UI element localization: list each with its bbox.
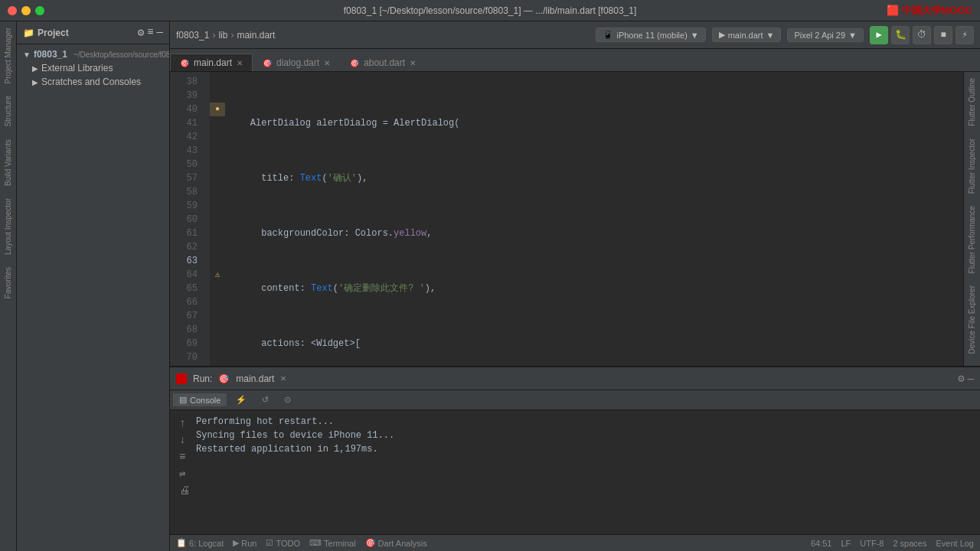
terminal-status[interactable]: ⌨ Terminal — [309, 538, 356, 548]
tab-close-icon2[interactable]: ✕ — [324, 59, 330, 67]
run-bar-right: ⚙ — — [958, 372, 974, 385]
run-status-icon: ▶ — [233, 538, 239, 548]
settings-run-icon[interactable]: ⚙ — [958, 372, 964, 385]
project-tree: ▼ f0803_1 ~/Desktop/lesson/source/f08 ▶ … — [17, 44, 169, 551]
device-file-explorer-strip[interactable]: Device File Explorer — [966, 279, 978, 360]
scroll-up-icon[interactable]: ↑ — [179, 416, 190, 430]
status-right: 64:51 LF UTF-8 2 spaces Event Log — [811, 539, 974, 548]
scroll-down-icon[interactable]: ↓ — [179, 433, 190, 447]
breadcrumb-root[interactable]: f0803_1 — [176, 30, 209, 41]
run-config-selector[interactable]: ▶ main.dart ▼ — [712, 28, 782, 42]
run-close-icon[interactable]: ✕ — [280, 373, 286, 384]
tab-close-icon3[interactable]: ✕ — [410, 59, 416, 67]
flutter-inspector-strip[interactable]: Flutter Inspector — [966, 132, 978, 200]
breadcrumb-file[interactable]: main.dart — [237, 30, 275, 41]
title-right: 🟥 中国大学MOOC — [887, 4, 972, 18]
code-editor: 38 39 40 41 42 43 50 57 58 59 60 61 62 6… — [170, 72, 980, 366]
console-tabs: ▤ Console ⚡ ↺ ⊙ — [170, 390, 980, 410]
stop-run-button[interactable] — [176, 373, 187, 384]
lightning-icon: ⚡ — [236, 395, 247, 405]
code-line-41: content: Text('确定删除此文件? '), — [228, 282, 963, 295]
window-controls[interactable] — [8, 6, 44, 15]
maximize-button[interactable] — [35, 6, 44, 15]
console-line-1: Performing hot restart... — [196, 415, 974, 429]
favorites-strip[interactable]: Favorites — [2, 261, 14, 305]
minimize-button[interactable] — [21, 6, 31, 15]
scratches-consoles-item[interactable]: ▶ Scratches and Consoles — [17, 75, 169, 89]
console-text: Performing hot restart... Syncing files … — [196, 415, 974, 530]
stop-button[interactable]: ■ — [934, 26, 952, 44]
line-ending-status[interactable]: LF — [841, 539, 851, 548]
settings-icon[interactable]: ≡ — [147, 26, 153, 39]
run-controls: ▶ 🐛 ⏱ ■ ⚡ — [870, 26, 974, 44]
toolbar: f0803_1 › lib › main.dart 📱 iPhone 11 (m… — [170, 21, 980, 49]
run-tab-name[interactable]: main.dart — [236, 373, 274, 384]
project-header-icons: ⚙ ≡ — — [138, 26, 163, 39]
sync-icon[interactable]: ⚙ — [138, 26, 144, 39]
hot-reload-button[interactable]: ⚡ — [956, 26, 974, 44]
filter-icon[interactable]: ≡ — [179, 450, 190, 464]
toolbar-right: 📱 iPhone 11 (mobile) ▼ ▶ main.dart ▼ Pix… — [596, 26, 974, 44]
code-line-38: AlertDialog alertDialog = AlertDialog( — [228, 116, 963, 130]
console-tab[interactable]: ▤ Console — [173, 393, 227, 406]
close-panel-icon[interactable]: — — [157, 26, 163, 39]
tab-main-dart[interactable]: 🎯 main.dart ✕ — [170, 54, 253, 71]
refresh-tab[interactable]: ↺ — [256, 393, 275, 406]
dart-icon3: 🎯 — [350, 59, 359, 67]
debug-button[interactable]: 🐛 — [891, 26, 910, 44]
tab-close-icon[interactable]: ✕ — [237, 59, 243, 67]
position-status[interactable]: 64:51 — [811, 539, 832, 548]
structure-strip[interactable]: Structure — [2, 90, 14, 133]
breadcrumb-lib[interactable]: lib — [218, 30, 227, 41]
console-output: ↑ ↓ ≡ ⇌ 🖨 Performing hot restart... Sync… — [170, 410, 980, 534]
project-manager-strip[interactable]: Project Manager — [2, 21, 14, 90]
indent-status[interactable]: 2 spaces — [893, 539, 926, 548]
build-variants-strip[interactable]: Build Variants — [2, 133, 14, 192]
dart-icon: 🎯 — [180, 59, 189, 67]
console-icon: ▤ — [179, 395, 187, 405]
flutter-outline-strip[interactable]: Flutter Outline — [966, 72, 978, 132]
device-selector[interactable]: 📱 iPhone 11 (mobile) ▼ — [596, 28, 705, 42]
todo-icon: ☑ — [266, 538, 273, 548]
refresh-icon: ↺ — [262, 395, 269, 405]
profile-button[interactable]: ⏱ — [913, 26, 931, 44]
encoding-status[interactable]: UTF-8 — [860, 539, 884, 548]
print-icon[interactable]: 🖨 — [179, 484, 190, 497]
dart-file-icon: 🎯 — [218, 373, 230, 384]
breadcrumb: f0803_1 › lib › main.dart — [176, 30, 275, 41]
line-numbers: 38 39 40 41 42 43 50 57 58 59 60 61 62 6… — [170, 72, 210, 366]
console-line-2: Syncing files to device iPhone 11... — [196, 429, 974, 442]
mooc-logo: 🟥 中国大学MOOC — [887, 4, 972, 18]
target-tab[interactable]: ⊙ — [278, 393, 297, 406]
external-libraries-item[interactable]: ▶ External Libraries — [17, 61, 169, 75]
code-content[interactable]: AlertDialog alertDialog = AlertDialog( t… — [225, 72, 963, 366]
editor-area: f0803_1 › lib › main.dart 📱 iPhone 11 (m… — [170, 21, 980, 551]
logcat-status[interactable]: 📋 6: Logcat — [176, 538, 224, 548]
event-log-status[interactable]: Event Log — [936, 539, 974, 548]
tab-about-dart[interactable]: 🎯 about.dart ✕ — [340, 54, 426, 71]
layout-inspector-strip[interactable]: Layout Inspector — [2, 192, 14, 261]
flutter-performance-strip[interactable]: Flutter Performance — [966, 200, 978, 279]
close-run-panel-icon[interactable]: — — [968, 373, 974, 385]
run-status[interactable]: ▶ Run — [233, 538, 256, 548]
dart-analysis-status[interactable]: 🎯 Dart Analysis — [365, 538, 427, 548]
code-line-42: actions: <Widget>[ — [228, 337, 963, 350]
dart-icon2: 🎯 — [263, 59, 272, 67]
lightning-tab[interactable]: ⚡ — [230, 393, 253, 406]
right-strip: Flutter Outline Flutter Inspector Flutte… — [963, 72, 980, 366]
tab-dialog-dart[interactable]: 🎯 dialog.dart ✕ — [253, 54, 340, 71]
tab-bar: 🎯 main.dart ✕ 🎯 dialog.dart ✕ 🎯 about.da… — [170, 49, 980, 72]
terminal-icon: ⌨ — [309, 538, 322, 548]
left-strip: Project Manager Structure Build Variants… — [0, 21, 17, 551]
wrap-icon[interactable]: ⇌ — [179, 467, 190, 481]
dart-analysis-icon: 🎯 — [365, 538, 376, 548]
target-icon: ⊙ — [284, 395, 291, 405]
project-root-item[interactable]: ▼ f0803_1 ~/Desktop/lesson/source/f08 — [17, 47, 169, 61]
run-button[interactable]: ▶ — [870, 26, 888, 44]
console-area: ▤ Console ⚡ ↺ ⊙ ↑ ↓ — [170, 390, 980, 534]
title-bar: f0803_1 [~/Desktop/lesson/source/f0803_1… — [0, 0, 980, 21]
todo-status[interactable]: ☑ TODO — [266, 538, 300, 548]
console-line-3: Restarted application in 1,197ms. — [196, 442, 974, 456]
close-button[interactable] — [8, 6, 17, 15]
pixel-selector[interactable]: Pixel 2 Api 29 ▼ — [787, 28, 864, 42]
